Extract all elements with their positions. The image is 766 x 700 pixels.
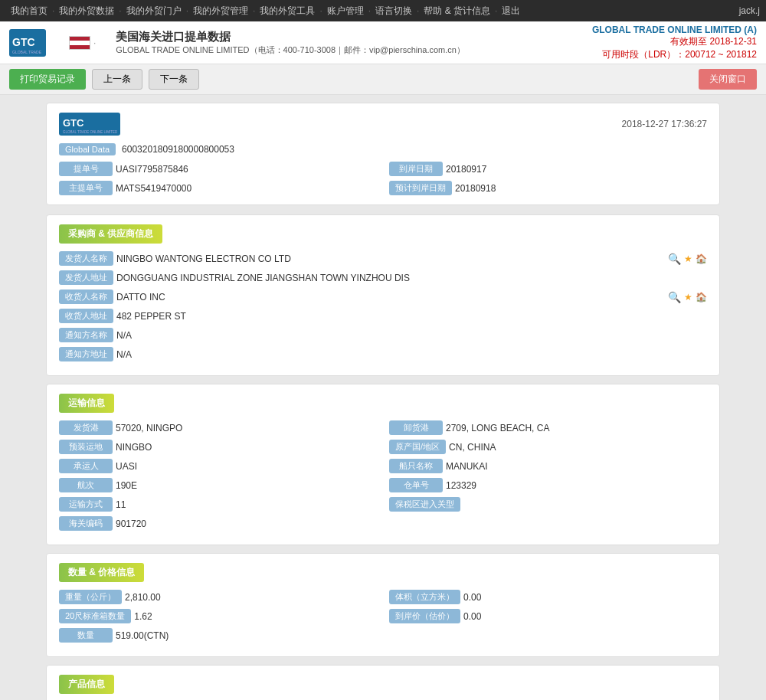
quantity-section: 数量 & 价格信息 重量（公斤） 2,810.00 体积（立方米） 0.00 2…	[46, 553, 720, 657]
customs-code-value: 901720	[116, 518, 707, 529]
voyage-value: 190E	[116, 480, 377, 491]
master-bill-value: MATS5419470000	[116, 183, 377, 194]
arrive-price-label: 到岸价（估价）	[389, 609, 460, 623]
departure-port-value: 57020, NINGPO	[116, 423, 377, 433]
vessel-value: MANUKAI	[446, 461, 707, 472]
consignee-search-icon[interactable]: 🔍	[668, 291, 681, 303]
print-button[interactable]: 打印贸易记录	[9, 69, 86, 90]
flag-area: ·	[69, 36, 96, 50]
header-right: GLOBAL TRADE ONLINE LIMITED (A) 有效期至 201…	[592, 25, 757, 61]
consignee-home-icon[interactable]: 🏠	[696, 292, 707, 303]
us-flag	[69, 36, 90, 50]
supplier-section: 采购商 & 供应商信息 发货人名称 NINGBO WANTONG ELECTRO…	[46, 214, 720, 376]
main-toolbar: 打印贸易记录 上一条 下一条 关闭窗口	[0, 64, 766, 95]
vessel-label: 船只名称	[389, 459, 443, 473]
carrier-vessel-row: 承运人 UASI 船只名称 MANUKAI	[59, 459, 707, 473]
standard-qty-value: 1.62	[134, 611, 377, 622]
container-value: 123329	[446, 480, 707, 491]
shipper-search-icon[interactable]: 🔍	[668, 253, 681, 265]
arrival-port-pair: 卸货港 2709, LONG BEACH, CA	[389, 420, 707, 435]
next-button[interactable]: 下一条	[149, 69, 199, 90]
transport-mode-value: 11	[116, 499, 377, 510]
master-bill-pair: 主提单号 MATS5419470000	[59, 181, 377, 195]
transport-section: 运输信息 发货港 57020, NINGPO 卸货港 2709, LONG BE…	[46, 384, 720, 545]
shipper-addr-label: 发货人地址	[59, 270, 113, 285]
prev-button[interactable]: 上一条	[92, 69, 142, 90]
bill-arrival-row: 提单号 UASI7795875846 到岸日期 20180917	[59, 162, 707, 176]
consignee-name-label: 收货人名称	[59, 289, 113, 304]
logo: GTC GLOBAL TRADE	[9, 29, 46, 57]
nav-my-management[interactable]: 我的外贸管理	[193, 5, 248, 18]
ldr-range: 可用时段（LDR）：200712 ~ 201812	[592, 48, 757, 61]
consignee-addr-label: 收货人地址	[59, 309, 113, 323]
carrier-pair: 承运人 UASI	[59, 459, 377, 473]
transport-mode-bonded-row: 运输方式 11 保税区进入关型	[59, 497, 707, 512]
customs-code-label: 海关编码	[59, 516, 113, 531]
page-subtitle: GLOBAL TRADE ONLINE LIMITED（电话：400-710-3…	[116, 44, 465, 56]
weight-pair: 重量（公斤） 2,810.00	[59, 590, 377, 604]
svg-text:GLOBAL TRADE ONLINE LIMITED: GLOBAL TRADE ONLINE LIMITED	[63, 130, 118, 134]
pre-transport-value: NINGBO	[116, 442, 377, 453]
arrival-port-label: 卸货港	[389, 420, 443, 435]
master-bill-row: 主提单号 MATS5419470000 预计到岸日期 20180918	[59, 181, 707, 195]
gtc-small-logo: GTC GLOBAL TRADE ONLINE LIMITED	[59, 113, 120, 136]
weight-label: 重量（公斤）	[59, 590, 122, 604]
consignee-star-icon[interactable]: ★	[684, 292, 692, 303]
flag-separator: ·	[93, 38, 96, 48]
bill-no-label: 提单号	[59, 162, 113, 176]
record-card: GTC GLOBAL TRADE ONLINE LIMITED 2018-12-…	[46, 103, 720, 205]
consignee-addr-row: 收货人地址 482 PEPPER ST	[59, 309, 707, 323]
arrive-price-pair: 到岸价（估价） 0.00	[389, 609, 707, 623]
shipper-home-icon[interactable]: 🏠	[696, 254, 707, 264]
planned-arrival-label: 预计到岸日期	[389, 181, 452, 195]
nav-my-portal[interactable]: 我的外贸门户	[126, 5, 182, 18]
svg-text:GTC: GTC	[63, 117, 84, 129]
customs-code-row: 海关编码 901720	[59, 516, 707, 531]
global-data-label: Global Data	[59, 143, 116, 155]
nav-language[interactable]: 语言切换	[375, 5, 412, 18]
bill-no-value: UASI7795875846	[116, 164, 377, 175]
top-navigation: 我的首页 · 我的外贸数据 · 我的外贸门户 · 我的外贸管理 · 我的外贸工具…	[0, 0, 766, 21]
voyage-container-row: 航次 190E 仓单号 123329	[59, 478, 707, 492]
bonded-pair: 保税区进入关型	[389, 497, 707, 512]
nav-my-trade-data[interactable]: 我的外贸数据	[59, 5, 114, 18]
shipper-name-label: 发货人名称	[59, 251, 113, 266]
volume-pair: 体积（立方米） 0.00	[389, 590, 707, 604]
record-logo: GTC GLOBAL TRADE ONLINE LIMITED	[59, 113, 120, 136]
global-data-row: Global Data 6003201809180000800053	[59, 143, 707, 155]
company-name: GLOBAL TRADE ONLINE LIMITED (A)	[592, 25, 757, 35]
weight-value: 2,810.00	[125, 592, 377, 603]
departure-port-label: 发货港	[59, 420, 113, 435]
svg-text:GLOBAL TRADE: GLOBAL TRADE	[12, 50, 42, 54]
vessel-pair: 船只名称 MANUKAI	[389, 459, 707, 473]
consignee-name-row: 收货人名称 DATTO INC 🔍 ★ 🏠	[59, 289, 707, 304]
notify-name-label: 通知方名称	[59, 328, 113, 342]
shipper-star-icon[interactable]: ★	[684, 254, 692, 264]
bonded-label: 保税区进入关型	[389, 497, 460, 512]
gtc-logo-icon: GTC GLOBAL TRADE	[9, 29, 46, 57]
username: jack.j	[739, 5, 760, 16]
nav-help[interactable]: 帮助 & 货计信息	[424, 5, 490, 18]
pre-transport-label: 预装运地	[59, 440, 113, 454]
quantity-row: 数量 519.00(CTN)	[59, 628, 707, 643]
nav-my-tools[interactable]: 我的外贸工具	[260, 5, 315, 18]
notify-name-value: N/A	[116, 330, 707, 341]
shipper-addr-value: DONGGUANG INDUSTRIAL ZONE JIANGSHAN TOWN…	[116, 273, 707, 283]
nav-logout[interactable]: 退出	[502, 5, 520, 18]
volume-value: 0.00	[463, 592, 707, 603]
product-section-header: 产品信息	[59, 675, 114, 694]
record-header: GTC GLOBAL TRADE ONLINE LIMITED 2018-12-…	[59, 113, 707, 136]
nav-account[interactable]: 账户管理	[327, 5, 364, 18]
departure-port-pair: 发货港 57020, NINGPO	[59, 420, 377, 435]
close-button[interactable]: 关闭窗口	[699, 69, 757, 90]
voyage-pair: 航次 190E	[59, 478, 377, 492]
logo-area: GTC GLOBAL TRADE · 美国海关进口提单数据 GLOBAL TRA…	[9, 29, 465, 57]
quantity-section-header: 数量 & 价格信息	[59, 563, 144, 582]
port-row: 发货港 57020, NINGPO 卸货港 2709, LONG BEACH, …	[59, 420, 707, 435]
nav-home[interactable]: 我的首页	[11, 5, 47, 18]
header: GTC GLOBAL TRADE · 美国海关进口提单数据 GLOBAL TRA…	[0, 21, 766, 64]
consignee-addr-value: 482 PEPPER ST	[116, 311, 707, 322]
notify-addr-row: 通知方地址 N/A	[59, 347, 707, 361]
valid-until: 有效期至 2018-12-31	[592, 35, 757, 48]
carrier-value: UASI	[116, 461, 377, 472]
